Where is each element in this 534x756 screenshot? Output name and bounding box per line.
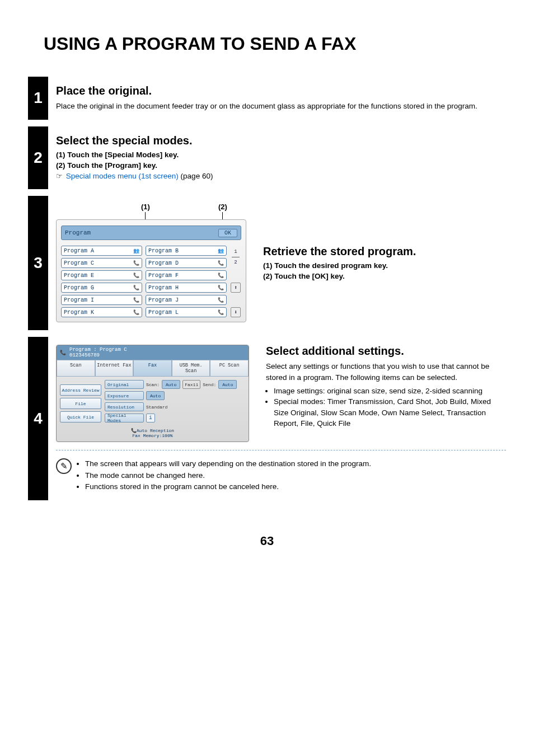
step-4-text: Select additional settings. Select any s… xyxy=(266,345,506,429)
phone-icon: 📞 xyxy=(133,285,139,291)
destination-number: 0123456789 xyxy=(69,353,100,358)
program-name: Program : Program C xyxy=(69,347,127,353)
note-list: The screen that appears will vary depend… xyxy=(77,458,371,492)
phone-icon: 📞 xyxy=(133,273,139,279)
scan-value-button[interactable]: Auto xyxy=(162,380,180,389)
step-body: Place the original. Place the original i… xyxy=(48,77,506,120)
original-button[interactable]: Original xyxy=(105,380,144,389)
program-button[interactable]: Program A👥 xyxy=(61,246,142,256)
hand-icon: ☞ xyxy=(56,172,63,180)
image-settings-item: Image settings: original scan size, send… xyxy=(274,386,506,397)
tab-fax[interactable]: Fax xyxy=(133,360,172,377)
settings-list: Image settings: original scan size, send… xyxy=(266,386,506,429)
step-text: Place the original in the document feede… xyxy=(56,101,506,112)
exposure-button[interactable]: Exposure xyxy=(105,391,144,400)
fax-panel-footer: 📞Auto Reception Fax Memory:100% xyxy=(57,426,249,442)
send-value-button[interactable]: Auto xyxy=(218,380,237,389)
note-block: ✎ The screen that appears will vary depe… xyxy=(56,450,506,492)
substep-1: (1) Touch the [Special Modes] key. xyxy=(56,151,506,159)
program-button[interactable]: Program G📞 xyxy=(61,283,142,293)
exposure-value-button[interactable]: Auto xyxy=(146,391,165,400)
step-1: 1 Place the original. Place the original… xyxy=(28,77,506,120)
fax11-indicator: Fax11 xyxy=(182,380,200,389)
program-button[interactable]: Program D📞 xyxy=(146,258,227,268)
phone-icon: 📞 xyxy=(218,309,224,316)
step-2: 2 Select the special modes. (1) Touch th… xyxy=(28,126,506,190)
resolution-button[interactable]: Resolution xyxy=(105,402,144,411)
step-4: 4 📞 Program : Program C 0123456789 Scan … xyxy=(28,337,506,500)
program-button[interactable]: Program I📞 xyxy=(61,295,142,305)
fax-panel-header: 📞 Program : Program C 0123456789 xyxy=(57,345,249,360)
special-modes-button[interactable]: Special Modes xyxy=(105,414,144,422)
page-title: USING A PROGRAM TO SEND A FAX xyxy=(44,34,506,54)
step-heading: Select additional settings. xyxy=(266,345,506,358)
resolution-value: Standard xyxy=(146,402,167,411)
step-body: 📞 Program : Program C 0123456789 Scan In… xyxy=(48,337,506,500)
tab-usb-mem-scan[interactable]: USB Mem. Scan xyxy=(172,360,210,377)
step-number: 4 xyxy=(28,337,48,500)
program-button[interactable]: Program J📞 xyxy=(146,295,227,305)
phone-icon: 📞 xyxy=(133,297,139,303)
phone-icon: 📞 xyxy=(133,260,139,266)
group-icon: 👥 xyxy=(133,248,139,254)
link-row: ☞ Special modes menu (1st screen) (page … xyxy=(56,171,506,182)
program-button[interactable]: Program F📞 xyxy=(146,270,227,280)
program-button[interactable]: Program L📞 xyxy=(146,307,227,317)
fax-tabs: Scan Internet Fax Fax USB Mem. Scan PC S… xyxy=(57,360,249,377)
fax-memory: Fax Memory:100% xyxy=(132,433,172,438)
scan-label: Scan: xyxy=(146,380,160,389)
step-number: 2 xyxy=(28,126,48,190)
phone-icon: 📞 xyxy=(218,285,224,291)
program-button[interactable]: Program K📞 xyxy=(61,307,142,317)
send-label: Send: xyxy=(203,380,216,389)
note-item: The mode cannot be changed here. xyxy=(85,470,371,481)
program-button[interactable]: Program C📞 xyxy=(61,258,142,268)
program-button[interactable]: Program B👥 xyxy=(146,246,227,256)
substep-2: (2) Touch the [Program] key. xyxy=(56,161,506,170)
note-icon: ✎ xyxy=(56,458,72,474)
substep-2: (2) Touch the [OK] key. xyxy=(263,272,416,280)
step-3: 3 (1) (2) Program OK Program xyxy=(28,196,506,330)
tab-internet-fax[interactable]: Internet Fax xyxy=(95,360,134,377)
link-suffix: (page 60) xyxy=(179,172,213,180)
special-modes-link[interactable]: Special modes menu (1st screen) xyxy=(66,172,179,180)
phone-icon: 📞 xyxy=(60,350,66,356)
page-indicator: 1 xyxy=(234,249,237,255)
step-number: 1 xyxy=(28,77,48,120)
step-heading: Place the original. xyxy=(56,84,506,97)
ok-button[interactable]: OK xyxy=(218,229,237,237)
quick-file-button[interactable]: Quick File xyxy=(60,411,101,422)
step-body: Select the special modes. (1) Touch the … xyxy=(48,126,506,190)
program-list-panel: Program OK Program A👥 Program B👥 1 2 Pro… xyxy=(56,219,246,322)
scroll-up-button[interactable]: ⬆ xyxy=(231,283,241,293)
page-number: 63 xyxy=(28,534,506,548)
special-modes-item: Special modes: Timer Transmission, Card … xyxy=(274,396,506,429)
group-icon: 👥 xyxy=(218,248,224,254)
substep-1: (1) Touch the desired program key. xyxy=(263,261,416,270)
step-number: 3 xyxy=(28,196,48,330)
scroll-down-button[interactable]: ⬇ xyxy=(231,307,241,317)
step-3-text: Retrieve the stored program. (1) Touch t… xyxy=(263,245,416,281)
note-item: The screen that appears will vary depend… xyxy=(85,458,371,469)
tab-pc-scan[interactable]: PC Scan xyxy=(210,360,249,377)
phone-icon: 📞 xyxy=(133,309,139,316)
step-heading: Select the special modes. xyxy=(56,134,506,147)
page-indicator: 2 xyxy=(234,260,237,265)
program-button[interactable]: Program E📞 xyxy=(61,270,142,280)
step-body: (1) (2) Program OK Program A👥 Program B👥 xyxy=(48,196,506,330)
fax-left-column: Address Review File Quick File xyxy=(60,380,101,422)
program-panel-header: Program OK xyxy=(61,226,241,240)
step-intro: Select any settings or functions that yo… xyxy=(266,361,506,383)
phone-icon: 📞 xyxy=(131,428,137,433)
file-button[interactable]: File xyxy=(60,398,101,409)
info-button[interactable]: i xyxy=(146,414,155,422)
program-panel-title: Program xyxy=(65,229,91,236)
address-review-button[interactable]: Address Review xyxy=(60,384,101,396)
fax-main-panel: 📞 Program : Program C 0123456789 Scan In… xyxy=(56,345,249,442)
phone-icon: 📞 xyxy=(218,273,224,279)
program-button[interactable]: Program H📞 xyxy=(146,283,227,293)
note-item: Functions stored in the program cannot b… xyxy=(85,481,371,492)
tab-scan[interactable]: Scan xyxy=(57,360,95,377)
step-heading: Retrieve the stored program. xyxy=(263,245,416,258)
phone-icon: 📞 xyxy=(218,260,224,266)
